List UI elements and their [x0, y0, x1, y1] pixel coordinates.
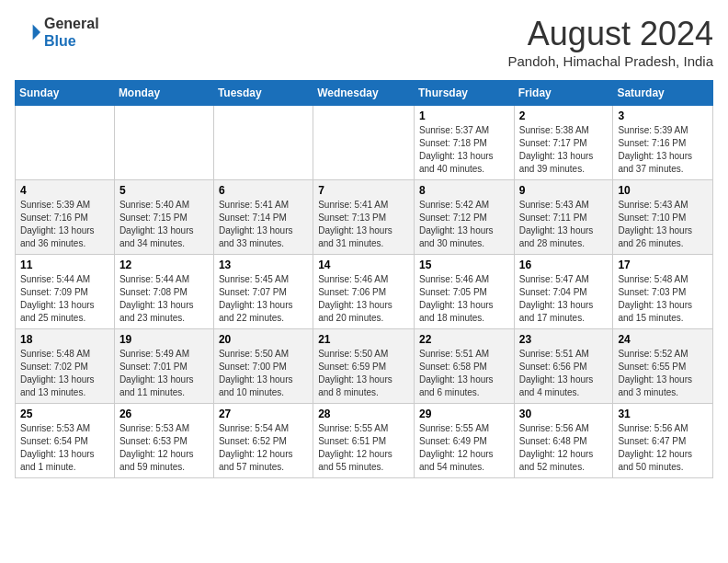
day-info: Sunrise: 5:38 AM Sunset: 7:17 PM Dayligh… [519, 124, 609, 176]
calendar-week-2: 4Sunrise: 5:39 AM Sunset: 7:16 PM Daylig… [16, 180, 713, 255]
calendar-cell [114, 106, 213, 180]
day-info: Sunrise: 5:46 AM Sunset: 7:05 PM Dayligh… [419, 273, 509, 325]
day-number: 2 [519, 109, 609, 122]
calendar-cell: 3Sunrise: 5:39 AM Sunset: 7:16 PM Daylig… [613, 106, 713, 180]
day-number: 29 [419, 408, 509, 420]
calendar-cell: 23Sunrise: 5:51 AM Sunset: 6:56 PM Dayli… [514, 329, 613, 404]
day-info: Sunrise: 5:48 AM Sunset: 7:03 PM Dayligh… [618, 273, 708, 325]
calendar-cell: 13Sunrise: 5:45 AM Sunset: 7:07 PM Dayli… [213, 255, 313, 329]
day-number: 22 [419, 333, 509, 346]
day-info: Sunrise: 5:56 AM Sunset: 6:48 PM Dayligh… [519, 422, 609, 474]
svg-marker-0 [33, 25, 40, 40]
calendar-cell: 14Sunrise: 5:46 AM Sunset: 7:06 PM Dayli… [313, 255, 415, 329]
day-number: 10 [618, 184, 708, 197]
day-number: 28 [318, 408, 409, 420]
weekday-header-row: SundayMondayTuesdayWednesdayThursdayFrid… [16, 81, 713, 106]
weekday-header-tuesday: Tuesday [213, 81, 313, 106]
calendar-cell [313, 106, 415, 180]
calendar-cell: 25Sunrise: 5:53 AM Sunset: 6:54 PM Dayli… [16, 404, 115, 478]
calendar-cell: 9Sunrise: 5:43 AM Sunset: 7:11 PM Daylig… [514, 180, 613, 255]
calendar-cell: 6Sunrise: 5:41 AM Sunset: 7:14 PM Daylig… [213, 180, 313, 255]
calendar-cell: 10Sunrise: 5:43 AM Sunset: 7:10 PM Dayli… [613, 180, 713, 255]
day-number: 15 [419, 259, 509, 271]
day-number: 13 [219, 259, 308, 271]
day-info: Sunrise: 5:52 AM Sunset: 6:55 PM Dayligh… [618, 348, 708, 399]
calendar-cell: 12Sunrise: 5:44 AM Sunset: 7:08 PM Dayli… [114, 255, 213, 329]
calendar-cell: 26Sunrise: 5:53 AM Sunset: 6:53 PM Dayli… [114, 404, 213, 478]
calendar-cell [16, 106, 115, 180]
day-number: 20 [219, 333, 308, 346]
calendar-cell: 16Sunrise: 5:47 AM Sunset: 7:04 PM Dayli… [514, 255, 613, 329]
day-info: Sunrise: 5:40 AM Sunset: 7:15 PM Dayligh… [119, 199, 209, 250]
calendar-table: SundayMondayTuesdayWednesdayThursdayFrid… [15, 80, 713, 478]
calendar-cell: 30Sunrise: 5:56 AM Sunset: 6:48 PM Dayli… [514, 404, 613, 478]
logo-general-text: General [44, 15, 99, 32]
page-header: General Blue August 2024 Pandoh, Himacha… [15, 15, 713, 69]
day-number: 11 [20, 259, 109, 271]
logo-blue-text: Blue [44, 32, 99, 50]
calendar-cell: 7Sunrise: 5:41 AM Sunset: 7:13 PM Daylig… [313, 180, 415, 255]
day-info: Sunrise: 5:37 AM Sunset: 7:18 PM Dayligh… [419, 124, 509, 176]
weekday-header-friday: Friday [514, 81, 613, 106]
location-subtitle: Pandoh, Himachal Pradesh, India [508, 53, 713, 69]
day-info: Sunrise: 5:41 AM Sunset: 7:14 PM Dayligh… [219, 199, 308, 250]
day-number: 30 [519, 408, 609, 420]
calendar-cell: 11Sunrise: 5:44 AM Sunset: 7:09 PM Dayli… [16, 255, 115, 329]
title-area: August 2024 Pandoh, Himachal Pradesh, In… [508, 15, 713, 69]
calendar-cell: 20Sunrise: 5:50 AM Sunset: 7:00 PM Dayli… [213, 329, 313, 404]
day-info: Sunrise: 5:53 AM Sunset: 6:53 PM Dayligh… [119, 422, 209, 474]
calendar-cell: 15Sunrise: 5:46 AM Sunset: 7:05 PM Dayli… [414, 255, 514, 329]
day-number: 31 [618, 408, 708, 420]
calendar-cell: 22Sunrise: 5:51 AM Sunset: 6:58 PM Dayli… [414, 329, 514, 404]
calendar-cell: 1Sunrise: 5:37 AM Sunset: 7:18 PM Daylig… [414, 106, 514, 180]
day-info: Sunrise: 5:41 AM Sunset: 7:13 PM Dayligh… [318, 199, 409, 250]
weekday-header-monday: Monday [114, 81, 213, 106]
calendar-cell: 18Sunrise: 5:48 AM Sunset: 7:02 PM Dayli… [16, 329, 115, 404]
day-info: Sunrise: 5:44 AM Sunset: 7:08 PM Dayligh… [119, 273, 209, 325]
calendar-cell: 24Sunrise: 5:52 AM Sunset: 6:55 PM Dayli… [613, 329, 713, 404]
day-info: Sunrise: 5:55 AM Sunset: 6:51 PM Dayligh… [318, 422, 409, 474]
calendar-cell: 27Sunrise: 5:54 AM Sunset: 6:52 PM Dayli… [213, 404, 313, 478]
calendar-week-1: 1Sunrise: 5:37 AM Sunset: 7:18 PM Daylig… [16, 106, 713, 180]
day-number: 24 [618, 333, 708, 346]
weekday-header-wednesday: Wednesday [313, 81, 415, 106]
day-number: 1 [419, 109, 509, 122]
day-number: 16 [519, 259, 609, 271]
calendar-week-5: 25Sunrise: 5:53 AM Sunset: 6:54 PM Dayli… [16, 404, 713, 478]
day-info: Sunrise: 5:39 AM Sunset: 7:16 PM Dayligh… [618, 124, 708, 176]
day-number: 25 [20, 408, 109, 420]
day-info: Sunrise: 5:44 AM Sunset: 7:09 PM Dayligh… [20, 273, 109, 325]
day-info: Sunrise: 5:55 AM Sunset: 6:49 PM Dayligh… [419, 422, 509, 474]
calendar-cell: 29Sunrise: 5:55 AM Sunset: 6:49 PM Dayli… [414, 404, 514, 478]
calendar-cell: 17Sunrise: 5:48 AM Sunset: 7:03 PM Dayli… [613, 255, 713, 329]
day-number: 6 [219, 184, 308, 197]
day-number: 21 [318, 333, 409, 346]
month-year-title: August 2024 [508, 15, 713, 53]
weekday-header-saturday: Saturday [613, 81, 713, 106]
day-info: Sunrise: 5:39 AM Sunset: 7:16 PM Dayligh… [20, 199, 109, 250]
weekday-header-sunday: Sunday [16, 81, 115, 106]
calendar-week-4: 18Sunrise: 5:48 AM Sunset: 7:02 PM Dayli… [16, 329, 713, 404]
logo-icon [15, 19, 40, 45]
day-info: Sunrise: 5:49 AM Sunset: 7:01 PM Dayligh… [119, 348, 209, 399]
day-number: 26 [119, 408, 209, 420]
day-info: Sunrise: 5:54 AM Sunset: 6:52 PM Dayligh… [219, 422, 308, 474]
calendar-cell: 5Sunrise: 5:40 AM Sunset: 7:15 PM Daylig… [114, 180, 213, 255]
day-info: Sunrise: 5:42 AM Sunset: 7:12 PM Dayligh… [419, 199, 509, 250]
day-number: 18 [20, 333, 109, 346]
day-number: 23 [519, 333, 609, 346]
day-number: 9 [519, 184, 609, 197]
calendar-cell: 4Sunrise: 5:39 AM Sunset: 7:16 PM Daylig… [16, 180, 115, 255]
day-number: 5 [119, 184, 209, 197]
day-number: 8 [419, 184, 509, 197]
day-number: 3 [618, 109, 708, 122]
day-number: 7 [318, 184, 409, 197]
day-info: Sunrise: 5:46 AM Sunset: 7:06 PM Dayligh… [318, 273, 409, 325]
calendar-cell: 31Sunrise: 5:56 AM Sunset: 6:47 PM Dayli… [613, 404, 713, 478]
day-info: Sunrise: 5:43 AM Sunset: 7:11 PM Dayligh… [519, 199, 609, 250]
day-info: Sunrise: 5:56 AM Sunset: 6:47 PM Dayligh… [618, 422, 708, 474]
weekday-header-thursday: Thursday [414, 81, 514, 106]
day-number: 27 [219, 408, 308, 420]
logo: General Blue [15, 15, 99, 50]
day-info: Sunrise: 5:47 AM Sunset: 7:04 PM Dayligh… [519, 273, 609, 325]
